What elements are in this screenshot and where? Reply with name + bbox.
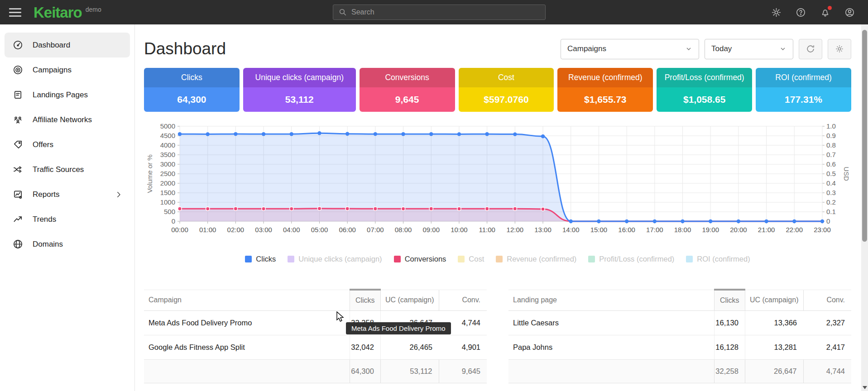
- legend-item-revenue-confirmed[interactable]: Revenue (confirmed): [496, 255, 576, 263]
- sidebar-item-reports[interactable]: Reports: [5, 182, 130, 207]
- target-icon: [12, 64, 24, 76]
- stat-card-value: 64,300: [144, 87, 240, 112]
- stat-card-profit-loss-confirmed[interactable]: Profit/Loss (confirmed)$1,058.65: [657, 68, 752, 112]
- sidebar-item-domains[interactable]: Domains: [5, 232, 130, 257]
- column-header-clicks[interactable]: Clicks: [714, 290, 745, 310]
- svg-text:0.5: 0.5: [826, 170, 836, 177]
- search-input[interactable]: [351, 8, 540, 16]
- stat-card-roi-confirmed[interactable]: ROI (confirmed)177.31%: [756, 68, 851, 112]
- stat-card-revenue-confirmed[interactable]: Revenue (confirmed)$1,655.73: [557, 68, 653, 112]
- stat-card-label: Unique clicks (campaign): [243, 68, 356, 87]
- svg-text:12:00: 12:00: [507, 226, 524, 234]
- date-range-select[interactable]: Today: [705, 39, 793, 59]
- dashboard-controls: Campaigns Today: [561, 39, 851, 59]
- stat-card-label: Clicks: [144, 68, 240, 87]
- sidebar-item-affiliate-networks[interactable]: Affiliate Networks: [5, 107, 130, 132]
- totals-cell: 9,645: [439, 359, 487, 383]
- svg-text:16:00: 16:00: [618, 226, 635, 234]
- chart-canvas[interactable]: 50001.045000.940000.835000.730000.625000…: [144, 122, 851, 237]
- totals-cell: [144, 359, 350, 383]
- grouping-select[interactable]: Campaigns: [561, 39, 699, 59]
- sidebar: DashboardCampaignsLandings PagesAffiliat…: [0, 24, 135, 391]
- grouping-select-value: Campaigns: [567, 44, 606, 53]
- table-row[interactable]: Papa Johns16,12813,2812,417: [508, 335, 851, 359]
- refresh-icon: [806, 44, 815, 54]
- legend-swatch: [245, 256, 252, 262]
- sidebar-item-traffic-sources[interactable]: Traffic Sources: [5, 157, 130, 182]
- scrollbar-thumb[interactable]: [862, 30, 867, 242]
- svg-text:0.8: 0.8: [826, 141, 836, 149]
- account-icon[interactable]: [843, 5, 856, 19]
- totals-cell: 64,300: [350, 359, 380, 383]
- legend-swatch: [288, 256, 294, 262]
- column-header-campaign[interactable]: Campaign: [144, 290, 350, 310]
- sidebar-item-trends[interactable]: Trends: [5, 207, 130, 232]
- chart-settings-button[interactable]: [828, 39, 851, 59]
- column-header-uc-campaign[interactable]: UC (campaign): [380, 290, 439, 310]
- legend-item-profit-loss-confirmed[interactable]: Profit/Loss (confirmed): [588, 255, 674, 263]
- svg-text:20:00: 20:00: [730, 226, 747, 234]
- column-header-conv[interactable]: Conv.: [439, 290, 487, 310]
- row-value-cell: 16,130: [714, 310, 745, 335]
- refresh-button[interactable]: [799, 39, 822, 59]
- svg-text:2000: 2000: [160, 179, 175, 187]
- legend-label: Revenue (confirmed): [507, 255, 576, 263]
- stat-card-value: 53,112: [243, 87, 356, 112]
- notifications-icon[interactable]: [818, 5, 832, 19]
- global-search[interactable]: [333, 5, 546, 20]
- svg-text:22:00: 22:00: [786, 226, 803, 234]
- column-header-conv[interactable]: Conv.: [803, 290, 851, 310]
- scrollbar-down-arrow[interactable]: [863, 386, 867, 389]
- totals-cell: 4,744: [803, 359, 851, 383]
- row-tooltip: Meta Ads Food Delivery Promo: [346, 322, 451, 334]
- sidebar-item-offers[interactable]: Offers: [5, 132, 130, 157]
- sidebar-item-campaigns[interactable]: Campaigns: [5, 57, 130, 82]
- row-name-cell: Meta Ads Food Delivery Promo: [144, 310, 350, 335]
- keitaro-logo: Keitaro: [34, 5, 82, 20]
- svg-text:3000: 3000: [160, 160, 175, 168]
- main-content: Dashboard Campaigns Today Clicks64,300Un: [135, 24, 861, 391]
- stat-card-cost[interactable]: Cost$597.0760: [459, 68, 554, 112]
- stat-card-clicks[interactable]: Clicks64,300: [144, 68, 240, 112]
- demo-badge: demo: [86, 6, 101, 13]
- legend-item-clicks[interactable]: Clicks: [245, 255, 276, 263]
- legend-item-conversions[interactable]: Conversions: [394, 255, 446, 263]
- legend-item-roi-confirmed[interactable]: ROI (confirmed): [686, 255, 750, 263]
- stat-card-label: Conversions: [360, 68, 455, 87]
- stat-card-conversions[interactable]: Conversions9,645: [360, 68, 455, 112]
- stat-card-value: $1,655.73: [557, 87, 653, 112]
- svg-text:0.6: 0.6: [826, 160, 836, 168]
- mouse-cursor: [336, 311, 346, 322]
- svg-text:17:00: 17:00: [646, 226, 663, 234]
- svg-text:2500: 2500: [160, 170, 175, 177]
- legend-item-cost[interactable]: Cost: [458, 255, 484, 263]
- sidebar-item-landings-pages[interactable]: Landings Pages: [5, 82, 130, 107]
- column-header-landing-page[interactable]: Landing page: [508, 290, 714, 310]
- split-icon: [12, 164, 24, 176]
- legend-label: Clicks: [256, 255, 276, 263]
- legend-item-unique-clicks-campaign[interactable]: Unique clicks (campaign): [288, 255, 382, 263]
- table-row[interactable]: Google Ads Fitness App Split32,04226,465…: [144, 335, 487, 359]
- settings-icon[interactable]: [769, 5, 783, 19]
- totals-cell: 53,112: [380, 359, 439, 383]
- table-row[interactable]: Little Caesars16,13013,3662,327: [508, 310, 851, 335]
- legend-swatch: [394, 256, 401, 262]
- report-icon: [12, 189, 24, 200]
- stat-card-unique-clicks-campaign[interactable]: Unique clicks (campaign)53,112: [243, 68, 356, 112]
- notification-badge: [828, 6, 832, 10]
- menu-toggle-icon[interactable]: [0, 8, 27, 17]
- svg-text:11:00: 11:00: [479, 226, 495, 234]
- column-header-uc-campaign[interactable]: UC (campaign): [745, 290, 803, 310]
- svg-text:3500: 3500: [160, 151, 175, 158]
- chevron-right-icon: [115, 191, 123, 199]
- sidebar-item-dashboard[interactable]: Dashboard: [5, 33, 130, 57]
- svg-text:4500: 4500: [160, 132, 175, 139]
- stat-cards: Clicks64,300Unique clicks (campaign)53,1…: [144, 68, 851, 112]
- column-header-clicks[interactable]: Clicks: [350, 290, 380, 310]
- page-scrollbar[interactable]: [861, 24, 868, 391]
- help-icon[interactable]: [794, 5, 807, 19]
- svg-text:500: 500: [164, 208, 175, 215]
- sidebar-item-label: Landings Pages: [33, 91, 88, 100]
- svg-text:5000: 5000: [160, 122, 175, 130]
- totals-cell: 26,647: [745, 359, 803, 383]
